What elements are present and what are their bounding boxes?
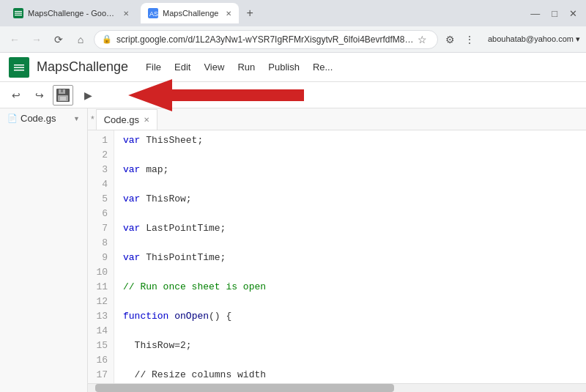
save-icon — [56, 89, 70, 102]
app-logo — [9, 57, 29, 78]
code-line: // Run once sheet is open — [123, 280, 577, 295]
line-number: 7 — [94, 221, 108, 236]
svg-text:AS: AS — [149, 10, 158, 18]
svg-rect-8 — [14, 67, 24, 68]
menu-resources[interactable]: Re... — [307, 59, 338, 75]
code-line — [123, 353, 577, 368]
forward-button[interactable]: → — [28, 31, 45, 48]
line-number: 5 — [94, 192, 108, 207]
save-button[interactable] — [53, 85, 73, 106]
tab-apps-script-close[interactable]: ✕ — [226, 10, 231, 18]
app-title: MapsChallenge — [37, 59, 128, 75]
code-line — [123, 148, 577, 163]
svg-rect-1 — [15, 11, 22, 12]
toolbar: ↩ ↪ ▶ — [0, 82, 586, 108]
editor-tab-close-icon[interactable]: ✕ — [144, 116, 149, 124]
code-line: function onOpen() { — [123, 309, 577, 324]
sidebar-file-item[interactable]: 📄 Code.gs ▼ — [0, 108, 87, 128]
bookmark-icon[interactable]: ☆ — [418, 34, 427, 45]
code-line — [123, 295, 577, 309]
line-number: 6 — [94, 207, 108, 221]
code-line — [123, 236, 577, 251]
maximize-button[interactable]: □ — [549, 8, 560, 19]
sidebar-arrow-icon: ▼ — [73, 115, 80, 122]
menu-edit[interactable]: Edit — [168, 59, 196, 75]
menu-publish[interactable]: Publish — [262, 59, 305, 75]
line-number: 1 — [94, 133, 108, 148]
menu-file[interactable]: File — [140, 59, 167, 75]
browser-right-icons: ⚙ ⋮ — [442, 32, 478, 48]
sidebar: 📄 Code.gs ▼ — [0, 108, 88, 392]
code-line: var LastPointTime; — [123, 221, 577, 236]
new-tab-button[interactable]: + — [246, 7, 253, 20]
user-account[interactable]: abouhatab@yahoo.com ▾ — [488, 34, 580, 44]
tab-apps-script-label: MapsChallenge — [163, 9, 218, 18]
unsaved-indicator: * — [91, 114, 94, 125]
code-line: var ThisSheet; — [123, 133, 577, 148]
browser-tab-bar: MapsChallenge - Google Sheets ✕ AS MapsC… — [0, 0, 586, 26]
app-menu: File Edit View Run Publish Re... — [140, 59, 338, 75]
apps-script-favicon: AS — [148, 8, 158, 18]
menu-run[interactable]: Run — [231, 59, 261, 75]
line-number: 17 — [94, 368, 108, 382]
line-number: 8 — [94, 236, 108, 251]
code-line: // Resize columns width — [123, 368, 577, 382]
file-icon: 📄 — [7, 114, 18, 123]
back-button[interactable]: ← — [6, 31, 23, 48]
svg-rect-3 — [15, 15, 22, 15]
svg-rect-12 — [61, 89, 63, 92]
reload-button[interactable]: ⟳ — [50, 31, 67, 48]
line-number: 12 — [94, 295, 108, 309]
sidebar-file-label: Code.gs — [21, 113, 56, 124]
redo-button[interactable]: ↪ — [29, 85, 50, 106]
code-line: var map; — [123, 163, 577, 177]
code-area[interactable]: 1234567891011121314151617181920212223242… — [88, 130, 586, 383]
address-bar[interactable]: 🔒 script.google.com/d/1L2A3yNw1-wYSR7IgR… — [94, 30, 438, 49]
address-bar-row: ← → ⟳ ⌂ 🔒 script.google.com/d/1L2A3yNw1-… — [0, 26, 586, 53]
editor-tab-label: Code.gs — [104, 114, 139, 125]
code-line — [123, 324, 577, 339]
app-bar: MapsChallenge File Edit View Run Publish… — [0, 53, 586, 82]
tab-apps-script[interactable]: AS MapsChallenge ✕ — [141, 3, 239, 23]
code-content[interactable]: var ThisSheet;var map;var ThisRow;var La… — [114, 130, 586, 383]
tab-sheets[interactable]: MapsChallenge - Google Sheets ✕ — [6, 3, 136, 23]
svg-rect-14 — [60, 97, 66, 100]
editor-tab-code[interactable]: Code.gs ✕ — [96, 109, 157, 130]
address-text: script.google.com/d/1L2A3yNw1-wYSR7IgRFM… — [116, 34, 418, 45]
undo-button[interactable]: ↩ — [6, 85, 26, 106]
editor-main: * Code.gs ✕ 1234567891011121314151617181… — [88, 108, 586, 392]
line-number: 15 — [94, 339, 108, 353]
home-button[interactable]: ⌂ — [72, 31, 89, 48]
code-line — [123, 177, 577, 192]
menu-dots-icon[interactable]: ⋮ — [461, 32, 478, 48]
close-button[interactable]: ✕ — [566, 8, 580, 19]
code-line — [123, 207, 577, 221]
svg-marker-16 — [128, 79, 304, 111]
code-line: ThisRow=2; — [123, 339, 577, 353]
line-number: 11 — [94, 280, 108, 295]
horizontal-scrollbar[interactable] — [88, 383, 586, 392]
line-number: 9 — [94, 251, 108, 265]
editor-area: 📄 Code.gs ▼ * Code.gs ✕ 1234567891011121… — [0, 108, 586, 392]
line-number: 13 — [94, 309, 108, 324]
line-number: 4 — [94, 177, 108, 192]
run-button[interactable]: ▶ — [78, 85, 98, 106]
code-line: var ThisPointTime; — [123, 251, 577, 265]
line-number: 14 — [94, 324, 108, 339]
line-number: 10 — [94, 265, 108, 280]
tab-sheets-label: MapsChallenge - Google Sheets — [28, 9, 116, 18]
tab-sheets-close[interactable]: ✕ — [123, 10, 129, 18]
svg-rect-2 — [15, 13, 22, 14]
line-number: 16 — [94, 353, 108, 368]
extension-icon[interactable]: ⚙ — [442, 32, 459, 48]
menu-view[interactable]: View — [198, 59, 230, 75]
line-number: 2 — [94, 148, 108, 163]
svg-rect-9 — [14, 70, 24, 71]
svg-rect-7 — [14, 64, 24, 66]
editor-tab-bar: * Code.gs ✕ — [88, 108, 586, 130]
window-controls: — □ ✕ — [527, 8, 580, 19]
sheets-favicon — [13, 8, 23, 18]
minimize-button[interactable]: — — [527, 8, 543, 19]
line-number: 3 — [94, 163, 108, 177]
line-numbers: 1234567891011121314151617181920212223242… — [88, 130, 114, 383]
